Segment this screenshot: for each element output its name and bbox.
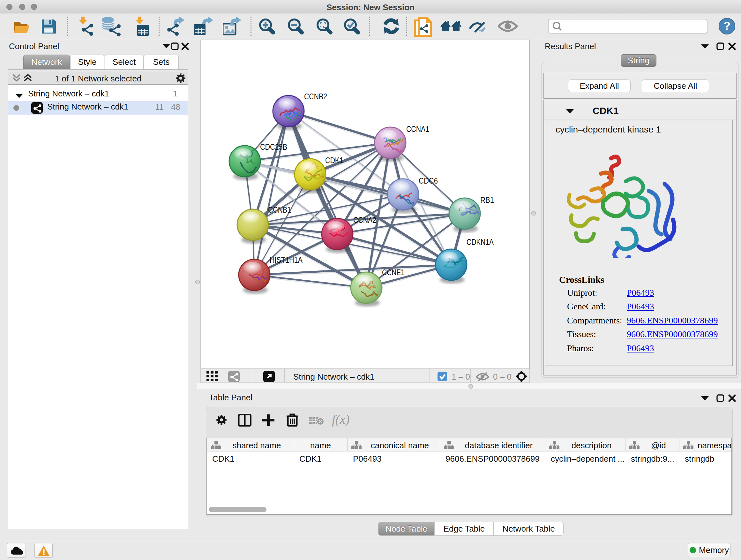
svg-text:RB1: RB1 (480, 195, 494, 205)
svg-text:CCNA1: CCNA1 (406, 124, 429, 134)
svg-text:CDKN1A: CDKN1A (467, 237, 494, 247)
svg-text:CCNA2: CCNA2 (353, 215, 376, 225)
svg-text:?: ? (724, 19, 731, 33)
svg-text:CCNE1: CCNE1 (382, 267, 405, 277)
svg-text:CCNB1: CCNB1 (268, 205, 291, 214)
svg-text:CDC6: CDC6 (419, 176, 438, 186)
svg-text:CDC25B: CDC25B (260, 142, 287, 152)
svg-text:HIST1H1A: HIST1H1A (270, 255, 303, 265)
svg-text:CCNB2: CCNB2 (304, 91, 327, 101)
svg-text:CDK1: CDK1 (325, 155, 343, 165)
